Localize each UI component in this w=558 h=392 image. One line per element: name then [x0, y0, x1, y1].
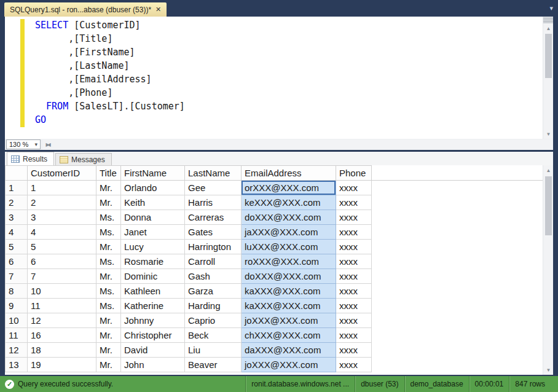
- column-header-title[interactable]: Title: [96, 166, 121, 181]
- cell[interactable]: Ms.: [96, 210, 121, 225]
- cell[interactable]: 2: [28, 195, 96, 210]
- cell[interactable]: xxxx: [336, 284, 372, 299]
- row-header[interactable]: 3: [6, 210, 28, 225]
- cell[interactable]: Johnny: [121, 313, 185, 328]
- cell[interactable]: 5: [28, 240, 96, 254]
- cell[interactable]: Ms.: [96, 225, 121, 240]
- cell[interactable]: Ms.: [96, 254, 121, 269]
- cell[interactable]: xxxx: [336, 328, 372, 343]
- cell[interactable]: xxxx: [336, 358, 372, 372]
- cell[interactable]: Dominic: [121, 269, 185, 284]
- cell[interactable]: 12: [28, 313, 96, 328]
- cell[interactable]: 7: [28, 269, 96, 284]
- chevron-down-icon[interactable]: ▾: [549, 4, 553, 12]
- cell[interactable]: Harrington: [185, 240, 242, 254]
- cell[interactable]: Janet: [121, 225, 185, 240]
- cell[interactable]: daXXX@XXX.com: [242, 343, 336, 358]
- cell[interactable]: Harris: [185, 195, 242, 210]
- cell[interactable]: Mr.: [96, 240, 121, 254]
- column-header-emailaddress[interactable]: EmailAddress: [242, 166, 336, 181]
- row-header[interactable]: 7: [6, 269, 28, 284]
- cell[interactable]: Lucy: [121, 240, 185, 254]
- cell[interactable]: 6: [28, 254, 96, 269]
- grid-vertical-scrollbar[interactable]: ▲ ▼: [543, 165, 553, 375]
- cell[interactable]: Mr.: [96, 195, 121, 210]
- row-header[interactable]: 13: [6, 358, 28, 372]
- cell[interactable]: Keith: [121, 195, 185, 210]
- cell[interactable]: chXXX@XXX.com: [242, 328, 336, 343]
- cell[interactable]: 18: [28, 343, 96, 358]
- cell[interactable]: xxxx: [336, 181, 372, 195]
- close-icon[interactable]: ✕: [155, 6, 161, 14]
- cell[interactable]: Carroll: [185, 254, 242, 269]
- column-header-firstname[interactable]: FirstName: [121, 166, 185, 181]
- column-header-lastname[interactable]: LastName: [185, 166, 242, 181]
- cell[interactable]: kaXXX@XXX.com: [242, 299, 336, 313]
- cell[interactable]: orXXX@XXX.com: [242, 181, 336, 195]
- cell[interactable]: xxxx: [336, 254, 372, 269]
- row-header[interactable]: 1: [6, 181, 28, 195]
- row-header[interactable]: 5: [6, 240, 28, 254]
- cell[interactable]: luXXX@XXX.com: [242, 240, 336, 254]
- code-area[interactable]: SELECT [CustomerID] ,[Title] ,[FirstName…: [35, 18, 185, 127]
- cell[interactable]: jaXXX@XXX.com: [242, 225, 336, 240]
- editor-horizontal-scrollbar[interactable]: ◀ ▶: [42, 139, 553, 150]
- tab-results[interactable]: Results: [7, 152, 54, 165]
- row-header[interactable]: 2: [6, 195, 28, 210]
- column-header-phone[interactable]: Phone: [336, 166, 372, 181]
- scrollbar-thumb[interactable]: [545, 176, 552, 235]
- cell[interactable]: xxxx: [336, 313, 372, 328]
- column-header-customerid[interactable]: CustomerID: [28, 166, 96, 181]
- scroll-down-icon[interactable]: ▼: [543, 366, 553, 374]
- cell[interactable]: Gee: [185, 181, 242, 195]
- scroll-right-icon[interactable]: ▶: [42, 141, 53, 149]
- cell[interactable]: 16: [28, 328, 96, 343]
- cell[interactable]: Liu: [185, 343, 242, 358]
- cell[interactable]: Donna: [121, 210, 185, 225]
- row-header[interactable]: 10: [6, 313, 28, 328]
- scrollbar-thumb[interactable]: [545, 34, 552, 78]
- cell[interactable]: Ms.: [96, 299, 121, 313]
- cell[interactable]: Rosmarie: [121, 254, 185, 269]
- cell[interactable]: Kathleen: [121, 284, 185, 299]
- cell[interactable]: David: [121, 343, 185, 358]
- cell[interactable]: Orlando: [121, 181, 185, 195]
- cell[interactable]: Harding: [185, 299, 242, 313]
- cell[interactable]: Gates: [185, 225, 242, 240]
- cell[interactable]: Mr.: [96, 313, 121, 328]
- row-header[interactable]: 6: [6, 254, 28, 269]
- cell[interactable]: Gash: [185, 269, 242, 284]
- row-header[interactable]: 4: [6, 225, 28, 240]
- cell[interactable]: joXXX@XXX.com: [242, 358, 336, 372]
- cell[interactable]: 3: [28, 210, 96, 225]
- sql-editor[interactable]: SELECT [CustomerID] ,[Title] ,[FirstName…: [5, 17, 553, 139]
- cell[interactable]: Caprio: [185, 313, 242, 328]
- splitter-grip[interactable]: [543, 17, 553, 23]
- cell[interactable]: 19: [28, 358, 96, 372]
- cell[interactable]: xxxx: [336, 269, 372, 284]
- row-header[interactable]: 8: [6, 284, 28, 299]
- cell[interactable]: Ms.: [96, 284, 121, 299]
- row-header[interactable]: 9: [6, 299, 28, 313]
- grid-corner[interactable]: [6, 166, 28, 181]
- cell[interactable]: Christopher: [121, 328, 185, 343]
- cell[interactable]: xxxx: [336, 343, 372, 358]
- cell[interactable]: joXXX@XXX.com: [242, 313, 336, 328]
- cell[interactable]: Carreras: [185, 210, 242, 225]
- row-header[interactable]: 11: [6, 328, 28, 343]
- scroll-up-icon[interactable]: ▲: [543, 24, 554, 33]
- cell[interactable]: Garza: [185, 284, 242, 299]
- cell[interactable]: kaXXX@XXX.com: [242, 284, 336, 299]
- cell[interactable]: Mr.: [96, 343, 121, 358]
- scroll-up-icon[interactable]: ▲: [543, 166, 553, 174]
- scroll-down-icon[interactable]: ▼: [543, 130, 554, 138]
- cell[interactable]: doXXX@XXX.com: [242, 269, 336, 284]
- cell[interactable]: Mr.: [96, 328, 121, 343]
- cell[interactable]: doXXX@XXX.com: [242, 210, 336, 225]
- cell[interactable]: 1: [28, 181, 96, 195]
- cell[interactable]: 11: [28, 299, 96, 313]
- cell[interactable]: Katherine: [121, 299, 185, 313]
- cell[interactable]: Mr.: [96, 358, 121, 372]
- cell[interactable]: Mr.: [96, 181, 121, 195]
- cell[interactable]: xxxx: [336, 225, 372, 240]
